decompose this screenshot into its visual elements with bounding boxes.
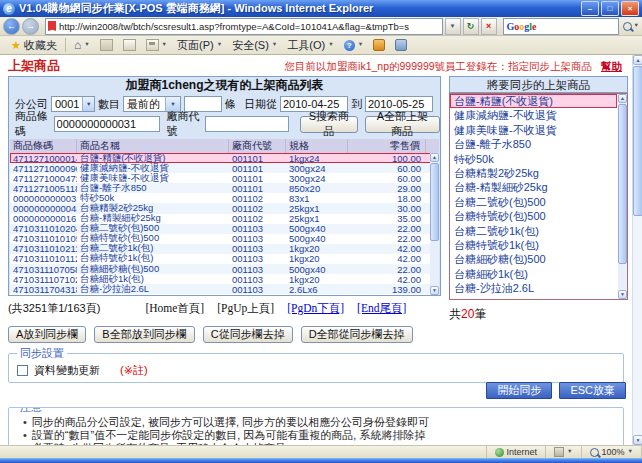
scroll-up-icon[interactable]: ▲ [430,153,439,162]
sync-listbox[interactable]: 台鹽-精鹽(不收退貨)健康減納鹽-不收退貨健康美味鹽-不收退貨台鹽-離子水850… [449,93,628,300]
quick-icon [373,39,385,51]
page-home-button[interactable]: [Home首頁] [145,302,204,314]
sync-list-item[interactable]: 台糖細砂糖(包)500 [450,252,617,266]
window-title: V1.04購物網同步作業[X-POS 雲端商務網] - Windows Inte… [19,1,581,16]
favorites-button[interactable]: ★ 收藏夹 [6,37,62,54]
sync-list-scrollbar[interactable]: ▲ ▼ [618,94,627,299]
cell-price: 139.00 [348,284,426,295]
sync-count-prefix: 共 [449,307,461,321]
branch-value: 0001 [52,98,82,110]
table-scrollbar[interactable]: ▲ ▼ [430,153,439,295]
sync-list-item[interactable]: 台糖特號砂(包)500 [450,209,617,223]
stop-button[interactable]: × [481,18,497,35]
barcode-input[interactable] [54,116,160,132]
search-dropdown-icon: ▼ [634,23,639,29]
sync-count-value: 20 [461,307,474,321]
vendor-input[interactable] [205,116,289,132]
close-button[interactable]: × [621,1,639,16]
forward-button[interactable]: → [22,18,39,35]
read-mail-button[interactable] [118,37,141,54]
page-up-button[interactable]: [PgUp上頁] [217,302,274,314]
quick-tabs-button[interactable] [368,37,390,54]
filter-row-2: 商品條碼 廠商代號 S搜索商品 A全部上架商品 [9,114,440,134]
notes-fieldset: 注意 •同步的商品分公司設定, 被同步方可以選擇, 同步方的要以相應分公司身份登… [8,407,624,445]
menu-page[interactable]: 页面(P) ▼ [172,37,227,54]
scroll-thumb[interactable] [618,104,627,264]
scroll-down-icon[interactable]: ▼ [618,290,627,299]
page-favicon-icon [48,21,56,31]
all-products-button[interactable]: A全部上架商品 [365,116,440,133]
scroll-up-icon[interactable]: ▲ [633,55,642,65]
table-row[interactable]: 4710311704318台糖-沙拉油2.6L0011032.6Lx6139.0… [10,284,432,294]
favorites-bar-button[interactable] [390,37,412,54]
zone-indicator: Internet [487,446,547,458]
scroll-down-icon[interactable]: ▼ [430,286,439,295]
scroll-up-icon[interactable]: ▲ [618,94,627,103]
sync-list-item[interactable]: 台鹽-精鹽(不收退貨) [450,94,617,108]
minimize-button[interactable]: – [581,1,599,16]
sync-list-item[interactable]: 特砂50k [450,152,617,166]
sync-list-item[interactable]: 台糖精製2砂25kg [450,166,617,180]
sync-settings-legend: 同步設置 [17,347,67,359]
sync-list-item[interactable]: 台糖特號砂1k(包) [450,238,617,252]
sync-list-item[interactable]: 健康美味鹽-不收退貨 [450,123,617,137]
toolbar-separator [65,38,66,52]
address-dropdown-button[interactable]: ▼ [445,18,461,35]
scroll-thumb[interactable] [633,66,642,216]
data-update-checkbox[interactable] [17,365,28,376]
branch-select-arrow-icon: ▼ [82,97,94,111]
feeds-button[interactable] [95,37,118,54]
start-sync-button[interactable]: 開始同步 [486,382,552,399]
remove-all-from-sync-button[interactable]: D全部從同步欄去掉 [301,326,413,343]
barcode-label: 商品條碼 [15,109,51,139]
sync-list-item[interactable]: 台糖-精製細砂25kg [450,180,617,194]
protected-mode-button[interactable]: ▼ [546,446,581,458]
grid-icon [395,39,407,51]
back-button[interactable]: ← [3,18,20,35]
search-products-button[interactable]: S搜索商品 [300,116,358,133]
menu-safety[interactable]: 安全(S) ▼ [227,37,282,54]
esc-cancel-button[interactable]: ESC放棄 [559,382,626,399]
help-link[interactable]: 幫助 [601,60,622,72]
refresh-button[interactable]: ↻ [463,18,479,35]
scroll-down-icon[interactable]: ▼ [633,435,642,445]
notes-list: •同步的商品分公司設定, 被同步方可以選擇, 同步方的要以相應分公司身份登錄即可… [9,408,623,445]
home-icon: ⌂ [74,38,81,52]
menu-safety-label: 安全(S) [232,38,269,53]
remove-from-sync-button[interactable]: C從同步欄去掉 [203,326,293,343]
action-buttons: A放到同步欄 B全部放到同步欄 C從同步欄去掉 D全部從同步欄去掉 [8,326,413,343]
maximize-button[interactable]: □ [601,1,619,16]
browser-window: e V1.04購物網同步作業[X-POS 雲端商務網] - Windows In… [0,0,642,463]
pagination-summary: (共3251筆1/163頁) [8,302,100,314]
scroll-thumb[interactable] [430,163,439,241]
product-filter-box: 加盟商1cheng之現有的上架商品列表 分公司 0001 ▼ 數目 最前的 ▼ … [8,76,441,296]
header-name: 商品名稱 [77,139,229,153]
menu-page-caret-icon: ▼ [217,42,222,48]
print-dropdown-icon: ▼ [162,42,167,48]
page-scrollbar[interactable]: ▲ ▼ [632,55,642,445]
help-icon: ? [344,40,355,51]
address-field[interactable]: http://win2008/tw/btch/scsresult1.asp?fr… [45,18,443,35]
search-input[interactable]: Google [503,18,619,35]
sync-list-item[interactable]: 台糖二號砂1k(包) [450,224,617,238]
page-end-link[interactable]: [End尾頁] [357,302,406,314]
sync-list-item[interactable]: 台糖-沙拉油2.6L [450,281,617,295]
sync-count: 共20筆 [449,306,628,323]
sync-list-item[interactable]: 台鹽-離子水850 [450,137,617,151]
home-button[interactable]: ⌂ ▼ [69,37,95,54]
add-to-sync-button[interactable]: A放到同步欄 [8,326,86,343]
page-down-link[interactable]: [PgDn下頁] [287,302,344,314]
print-button[interactable]: ▼ [141,37,172,54]
sync-list-item[interactable]: 健康減納鹽-不收退貨 [450,108,617,122]
zoom-control[interactable]: 100% ▼ [582,446,642,458]
menu-tools[interactable]: 工具(O) ▼ [282,37,338,54]
sync-list-item[interactable]: 台糖二號砂(包)500 [450,195,617,209]
help-caret-icon: ▼ [358,42,363,48]
globe-icon [495,448,504,457]
search-button[interactable]: ▼ [623,22,639,31]
login-info: 您目前以加盟商ik1_np的999999號員工登錄在：指定同步上架商品 幫助 [285,60,622,74]
sync-list-item[interactable]: 台糖細砂1k(包) [450,267,617,281]
help-button[interactable]: ? ▼ [339,37,368,54]
add-all-to-sync-button[interactable]: B全部放到同步欄 [94,326,194,343]
branch-select[interactable]: 0001 ▼ [51,96,95,112]
